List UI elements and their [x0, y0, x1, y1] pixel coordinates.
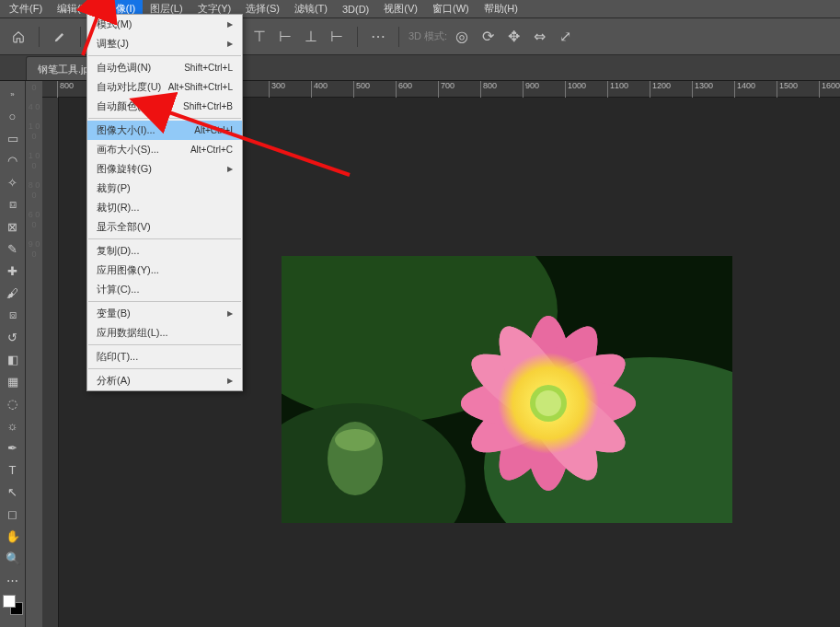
rectangle-tool-icon[interactable]: ▭ — [3, 128, 23, 148]
eyedropper-tool-icon[interactable]: ✎ — [3, 238, 23, 259]
foreground-color-swatch[interactable] — [3, 595, 16, 608]
dropdown-item[interactable]: 图像大小(I)...Alt+Ctrl+I — [87, 121, 242, 140]
dropdown-item[interactable]: 计算(C)... — [87, 280, 242, 299]
dropdown-item[interactable]: 显示全部(V) — [87, 217, 242, 237]
ruler-tick: 1400 — [734, 81, 755, 98]
3d-scale-icon[interactable]: ⤢ — [554, 26, 576, 48]
crop-tool-icon[interactable]: ⧈ — [3, 194, 23, 215]
dropdown-item-label: 复制(D)... — [97, 244, 139, 258]
history-brush-icon[interactable]: ↺ — [3, 327, 23, 347]
3d-rotate-icon[interactable]: ⟳ — [477, 26, 499, 48]
3d-orbit-icon[interactable]: ◎ — [451, 26, 473, 48]
dropdown-item[interactable]: 应用数据组(L)... — [87, 323, 242, 343]
dropdown-item[interactable]: 调整(J)▶ — [87, 34, 242, 53]
eraser-tool-icon[interactable]: ◧ — [3, 349, 23, 369]
pen-tool-icon[interactable] — [49, 26, 71, 48]
submenu-arrow-icon: ▶ — [227, 165, 233, 173]
shape-tool-icon[interactable]: ◻ — [3, 504, 23, 524]
dropdown-item[interactable]: 裁剪(P) — [87, 179, 242, 198]
dropdown-item-label: 画布大小(S)... — [97, 143, 159, 157]
submenu-arrow-icon: ▶ — [227, 20, 233, 29]
pen-tool-icon[interactable]: ✒ — [3, 437, 23, 458]
dropdown-shortcut: Alt+Ctrl+I — [194, 125, 233, 135]
separator — [357, 27, 358, 47]
menu-view[interactable]: 视图(V) — [376, 0, 425, 17]
ruler-tick: 300 — [269, 81, 285, 98]
submenu-arrow-icon: ▶ — [227, 309, 233, 318]
brush-tool-icon[interactable]: 🖌 — [3, 283, 23, 303]
ruler-tick: 1600 — [819, 81, 840, 98]
dropdown-item-label: 自动色调(N) — [97, 61, 151, 75]
ruler-tick: 400 — [311, 81, 328, 98]
valign-middle-icon[interactable]: ⊢ — [274, 26, 296, 48]
dropdown-item-label: 计算(C)... — [97, 283, 139, 296]
dropdown-item-label: 显示全部(V) — [97, 220, 151, 234]
zoom-tool-icon[interactable]: 🔍 — [3, 548, 23, 568]
dropdown-item[interactable]: 变量(B)▶ — [87, 304, 242, 323]
dropdown-item[interactable]: 裁切(R)... — [87, 198, 242, 217]
more-icon[interactable]: ⋯ — [367, 26, 389, 48]
ruler-tick: 1500 — [777, 81, 798, 98]
gradient-tool-icon[interactable]: ▦ — [3, 371, 23, 391]
dropdown-item[interactable]: 自动色调(N)Shift+Ctrl+L — [87, 58, 242, 77]
dropdown-item-label: 分析(A) — [97, 374, 131, 388]
dropdown-item[interactable]: 模式(M)▶ — [87, 15, 242, 34]
dropdown-item[interactable]: 分析(A)▶ — [87, 371, 242, 390]
menu-filter[interactable]: 滤镜(T) — [287, 0, 335, 17]
valign-icon[interactable]: ⊢ — [326, 26, 348, 48]
edit-toolbar-icon[interactable]: ⋯ — [3, 570, 23, 590]
3d-pan-icon[interactable]: ✥ — [502, 26, 524, 48]
menu-window[interactable]: 窗口(W) — [425, 0, 477, 17]
image-menu-dropdown: 模式(M)▶调整(J)▶自动色调(N)Shift+Ctrl+L自动对比度(U)A… — [86, 14, 243, 391]
dropdown-separator — [88, 118, 241, 119]
dropdown-item-label: 自动颜色(O) — [97, 99, 152, 113]
dropdown-item[interactable]: 画布大小(S)...Alt+Ctrl+C — [87, 140, 242, 159]
valign-top-icon[interactable]: ⊤ — [248, 26, 270, 48]
expand-icon[interactable]: » — [3, 84, 23, 104]
menu-select[interactable]: 选择(S) — [238, 0, 287, 17]
ruler-tick: 600 — [396, 81, 412, 98]
canvas-image[interactable] — [282, 256, 732, 523]
healing-tool-icon[interactable]: ✚ — [3, 261, 23, 281]
ruler-tick: 800 — [480, 81, 497, 98]
dodge-tool-icon[interactable]: ☼ — [3, 415, 23, 435]
ruler-tick: 800 — [57, 81, 74, 98]
ellipse-tool-icon[interactable]: ○ — [3, 106, 23, 126]
dropdown-item-label: 陷印(T)... — [97, 350, 138, 364]
home-icon[interactable] — [7, 26, 29, 48]
dropdown-item[interactable]: 自动颜色(O)Shift+Ctrl+B — [87, 97, 242, 116]
stamp-tool-icon[interactable]: ⧇ — [3, 305, 23, 325]
menu-file[interactable]: 文件(F) — [2, 0, 50, 17]
menu-help[interactable]: 帮助(H) — [477, 0, 525, 17]
dropdown-item[interactable]: 应用图像(Y)... — [87, 261, 242, 280]
frame-tool-icon[interactable]: ⊠ — [3, 216, 23, 237]
ruler-tick: 500 — [353, 81, 370, 98]
dropdown-item-label: 调整(J) — [97, 37, 129, 51]
dropdown-item[interactable]: 自动对比度(U)Alt+Shift+Ctrl+L — [87, 77, 242, 97]
dropdown-item[interactable]: 图像旋转(G)▶ — [87, 159, 242, 179]
valign-bottom-icon[interactable]: ⊥ — [300, 26, 322, 48]
ruler-v-readout: 0 4 0 1 0 0 1 0 0 8 0 0 6 0 0 9 0 0 — [26, 81, 42, 269]
dropdown-item[interactable]: 陷印(T)... — [87, 347, 242, 366]
separator — [398, 27, 399, 47]
dropdown-separator — [88, 55, 241, 56]
lasso-tool-icon[interactable]: ◠ — [3, 150, 23, 170]
hand-tool-icon[interactable]: ✋ — [3, 526, 23, 546]
type-tool-icon[interactable]: T — [3, 459, 23, 480]
dropdown-item-label: 变量(B) — [97, 307, 131, 320]
wand-tool-icon[interactable]: ✧ — [3, 172, 23, 192]
dropdown-item-label: 自动对比度(U) — [97, 80, 161, 94]
color-swatches[interactable] — [3, 595, 23, 615]
ruler-tick: 1100 — [607, 81, 628, 98]
dropdown-shortcut: Alt+Ctrl+C — [190, 145, 233, 155]
menu-3d[interactable]: 3D(D) — [335, 2, 376, 17]
vertical-ruler — [42, 98, 59, 627]
3d-slide-icon[interactable]: ⇔ — [528, 26, 550, 48]
ruler-tick: 1300 — [692, 81, 713, 98]
path-select-icon[interactable]: ↖ — [3, 482, 23, 502]
ruler-tick: 900 — [523, 81, 539, 98]
submenu-arrow-icon: ▶ — [227, 40, 233, 48]
dropdown-item-label: 应用数据组(L)... — [97, 326, 168, 340]
dropdown-item[interactable]: 复制(D)... — [87, 241, 242, 261]
blur-tool-icon[interactable]: ◌ — [3, 393, 23, 413]
